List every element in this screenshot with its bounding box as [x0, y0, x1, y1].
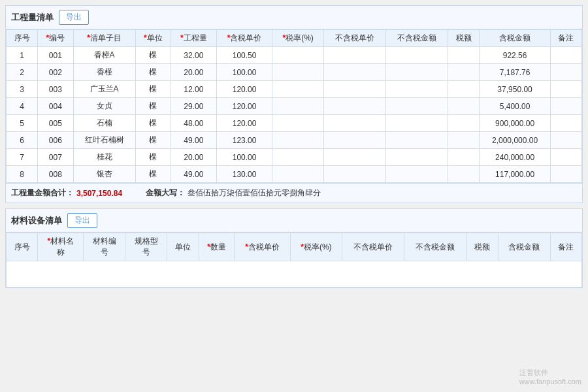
cell-unit: 棵: [135, 149, 171, 166]
cell-no_tax_price: [324, 149, 386, 166]
col-header-quantity: *数量: [199, 233, 234, 261]
cell-tax_rate: [272, 47, 324, 64]
cell-tax_amount: 922.56: [480, 47, 550, 64]
cell-code: 004: [38, 98, 73, 115]
cell-tax_price: 130.00: [216, 166, 272, 183]
cell-name: 广玉兰A: [73, 81, 135, 98]
section1-header: 工程量清单 导出: [6, 6, 582, 29]
cell-quantity: 20.00: [171, 149, 216, 166]
cell-no_tax_price: [324, 64, 386, 81]
section1-table-wrap: 序号*编号*清单子目*单位*工程量*含税单价*税率(%)不含税单价不含税金额税额…: [6, 29, 582, 183]
cell-seq: 5: [7, 115, 38, 132]
cell-tax_price: 120.00: [216, 81, 272, 98]
section2-title: 材料设备清单: [11, 215, 62, 227]
cell-no_tax_price: [324, 98, 386, 115]
section1-daxie-label: 金额大写：: [146, 188, 185, 199]
col-header-no_tax_amount: 不含税金额: [386, 30, 448, 47]
section1-tbody: 1001香樟A棵32.00100.50922.562002香槿棵20.00100…: [7, 47, 582, 183]
col-header-mat_code: 材料编号: [84, 233, 125, 261]
table-row: 4004女贞棵29.00120.005,400.00: [7, 98, 582, 115]
cell-no_tax_amount: [386, 47, 448, 64]
cell-tax_amount: 900,000.00: [480, 115, 550, 132]
cell-no_tax_price: [324, 115, 386, 132]
cell-no_tax_amount: [386, 132, 448, 149]
cell-no_tax_price: [324, 47, 386, 64]
section1-export-button[interactable]: 导出: [59, 10, 89, 25]
cell-remark: [550, 132, 581, 149]
cell-tax_rate: [272, 149, 324, 166]
cell-tax_price: 120.00: [216, 98, 272, 115]
col-header-tax_amount: 含税金额: [480, 30, 550, 47]
cell-no_tax_amount: [386, 149, 448, 166]
cell-tax_value: [448, 166, 480, 183]
cell-remark: [550, 81, 581, 98]
cell-code: 007: [38, 149, 73, 166]
cell-name: 银杏: [73, 166, 135, 183]
cell-tax_value: [448, 81, 480, 98]
table-row: 3003广玉兰A棵12.00120.0037,950.00: [7, 81, 582, 98]
section2-table: 序号*材料名称材料编号规格型号单位*数量*含税单价*税率(%)不含税单价不含税金…: [6, 233, 582, 287]
col-header-no_tax_price: 不含税单价: [342, 233, 404, 261]
cell-quantity: 12.00: [171, 81, 216, 98]
cell-no_tax_price: [324, 166, 386, 183]
cell-code: 006: [38, 132, 73, 149]
cell-tax_amount: 117,000.00: [480, 166, 550, 183]
section1-total-value: 3,507,150.84: [76, 189, 135, 198]
cell-tax_amount: 5,400.00: [480, 98, 550, 115]
cell-tax_rate: [272, 166, 324, 183]
cell-remark: [550, 166, 581, 183]
table-row: 7007桂花棵20.00100.00240,000.00: [7, 149, 582, 166]
cell-name: 桂花: [73, 149, 135, 166]
table-row: 6006红叶石楠树棵49.00123.002,000,000.00: [7, 132, 582, 149]
required-star: *: [207, 242, 210, 252]
cell-code: 003: [38, 81, 73, 98]
cell-seq: 3: [7, 81, 38, 98]
col-header-tax_rate: *税率(%): [272, 30, 324, 47]
cell-name: 女贞: [73, 98, 135, 115]
cell-tax_price: 120.00: [216, 115, 272, 132]
cell-tax_value: [448, 98, 480, 115]
cell-tax_price: 123.00: [216, 132, 272, 149]
cell-remark: [550, 47, 581, 64]
section1-title: 工程量清单: [11, 12, 54, 24]
col-header-quantity: *工程量: [171, 30, 216, 47]
cell-tax_rate: [272, 81, 324, 98]
cell-no_tax_amount: [386, 166, 448, 183]
cell-unit: 棵: [135, 47, 171, 64]
section1-table: 序号*编号*清单子目*单位*工程量*含税单价*税率(%)不含税单价不含税金额税额…: [6, 29, 582, 183]
cell-unit: 棵: [135, 98, 171, 115]
cell-no_tax_price: [324, 132, 386, 149]
cell-remark: [550, 115, 581, 132]
cell-tax_amount: 2,000,000.00: [480, 132, 550, 149]
cell-code: 008: [38, 166, 73, 183]
cell-tax_amount: 7,187.76: [480, 64, 550, 81]
cell-tax_rate: [272, 132, 324, 149]
cell-tax_rate: [272, 64, 324, 81]
cell-tax_price: 100.00: [216, 64, 272, 81]
section1-total-label: 工程量金额合计：: [11, 188, 74, 199]
table-row: 5005石楠棵48.00120.00900,000.00: [7, 115, 582, 132]
col-header-unit: *单位: [135, 30, 171, 47]
table-row: 2002香槿棵20.00100.007,187.76: [7, 64, 582, 81]
cell-seq: 6: [7, 132, 38, 149]
required-star: *: [87, 33, 90, 42]
cell-unit: 棵: [135, 166, 171, 183]
section2-tbody: [7, 261, 582, 287]
required-star: *: [301, 242, 304, 252]
col-header-unit: 单位: [167, 233, 199, 261]
cell-no_tax_amount: [386, 98, 448, 115]
cell-no_tax_price: [324, 81, 386, 98]
cell-tax_value: [448, 64, 480, 81]
col-header-seq: 序号: [7, 233, 38, 261]
cell-tax_value: [448, 115, 480, 132]
cell-tax_price: 100.50: [216, 47, 272, 64]
required-star: *: [180, 33, 184, 42]
cell-unit: 棵: [135, 64, 171, 81]
cell-seq: 4: [7, 98, 38, 115]
cell-tax_amount: 37,950.00: [480, 81, 550, 98]
cell-name: 香槿: [73, 64, 135, 81]
col-header-mat_name: *材料名称: [38, 233, 84, 261]
section2-export-button[interactable]: 导出: [67, 213, 97, 228]
cell-unit: 棵: [135, 132, 171, 149]
cell-name: 红叶石楠树: [73, 132, 135, 149]
